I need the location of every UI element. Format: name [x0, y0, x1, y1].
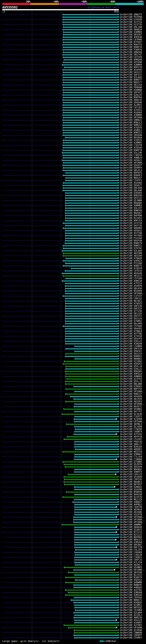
- hsp-bar[interactable]: [63, 92, 118, 93]
- hit-accession[interactable]: UniRef100_Q9FS25: [120, 307, 142, 310]
- hsp-bar[interactable]: [65, 238, 118, 239]
- hit-accession[interactable]: UniRef100_O65747: [120, 54, 142, 56]
- hit-accession[interactable]: UniRef100_Q9SSV9: [120, 466, 142, 468]
- hit-accession[interactable]: UniRef100_A5BDL2: [120, 129, 142, 131]
- hsp-bar[interactable]: [65, 303, 118, 304]
- hit-accession[interactable]: UniRef100_B6TBZ1: [120, 300, 142, 302]
- hsp-bar[interactable]: [65, 225, 118, 226]
- hsp-bar[interactable]: [75, 532, 116, 533]
- hsp-bar[interactable]: [63, 260, 118, 261]
- hit-accession[interactable]: UniRef100_UPI000..: [120, 390, 145, 393]
- hit-accession[interactable]: UniRef100_B9RDU1: [120, 355, 142, 358]
- hit-accession[interactable]: UniRef100_B9DHF3: [120, 174, 142, 176]
- hit-accession[interactable]: UniRef100_B8HA71: [120, 599, 142, 601]
- hsp-bar[interactable]: [65, 208, 118, 208]
- hsp-bar[interactable]: [66, 388, 118, 390]
- hsp-bar[interactable]: [65, 338, 118, 339]
- hsp-bar[interactable]: [65, 288, 118, 289]
- hsp-bar[interactable]: [66, 492, 118, 492]
- hsp-bar[interactable]: [74, 612, 118, 613]
- hit-accession[interactable]: UniRef100_C5YC80: [120, 277, 142, 280]
- hit-accession[interactable]: UniRef100_C1F337: [120, 295, 142, 297]
- hit-accession[interactable]: UniRef100_Q7Y256: [120, 310, 142, 312]
- hsp-bar[interactable]: [64, 439, 118, 440]
- hit-accession[interactable]: UniRef100_O81155: [120, 312, 142, 315]
- hsp-bar[interactable]: [63, 84, 118, 86]
- hit-accession[interactable]: UniRef100_A4BEA5: [120, 586, 142, 589]
- hit-accession[interactable]: UniRef100_A7QWL8: [120, 330, 142, 332]
- hit-accession[interactable]: UniRef100_A0YP10: [120, 436, 142, 438]
- hit-accession[interactable]: UniRef100_UPI000..: [120, 292, 145, 295]
- hsp-bar[interactable]: [63, 49, 118, 50]
- hsp-bar[interactable]: [74, 635, 118, 636]
- hsp-bar[interactable]: [63, 127, 118, 128]
- hit-accession[interactable]: UniRef100_Q9FS26: [120, 305, 142, 307]
- hsp-bar[interactable]: [75, 494, 118, 495]
- hsp-bar[interactable]: [63, 17, 118, 18]
- hit-accession[interactable]: UniRef100_Q210L2: [120, 614, 142, 616]
- hit-accession[interactable]: UniRef100_A6N135: [120, 99, 142, 101]
- hsp-bar[interactable]: [64, 464, 118, 465]
- hsp-bar[interactable]: [66, 374, 118, 374]
- hit-accession[interactable]: UniRef100_B9RZ17: [120, 393, 142, 395]
- hsp-bar[interactable]: [63, 54, 118, 55]
- hsp-bar[interactable]: [65, 137, 118, 138]
- hit-accession[interactable]: UniRef100_Q1KLZ1: [120, 368, 142, 370]
- hsp-bar[interactable]: [75, 622, 118, 623]
- hsp-bar[interactable]: [74, 472, 118, 472]
- hsp-bar[interactable]: [75, 537, 118, 538]
- hsp-bar[interactable]: [63, 190, 118, 191]
- hsp-bar[interactable]: [65, 371, 118, 372]
- hit-accession[interactable]: UniRef100_C5XFP1: [120, 179, 142, 182]
- hit-accession[interactable]: UniRef100_A9PA30: [120, 36, 142, 38]
- hsp-bar[interactable]: [63, 107, 118, 108]
- hsp-bar[interactable]: [64, 479, 118, 480]
- hit-accession[interactable]: UniRef100_Q8LEC3: [120, 169, 142, 172]
- hsp-bar[interactable]: [64, 567, 118, 568]
- hit-accession[interactable]: UniRef100_A1SPR9: [120, 418, 142, 420]
- hit-accession[interactable]: UniRef100_C1DZY8: [120, 144, 142, 146]
- hsp-bar[interactable]: [75, 426, 118, 427]
- hit-accession[interactable]: UniRef100_B8AA84: [120, 202, 142, 204]
- hsp-bar[interactable]: [65, 308, 118, 309]
- hit-accession[interactable]: UniRef100_Q43153: [120, 352, 142, 355]
- hit-accession[interactable]: UniRef100_Q3LAG5: [120, 76, 142, 78]
- hsp-bar[interactable]: [75, 429, 118, 430]
- hsp-bar[interactable]: [65, 298, 118, 299]
- hsp-bar[interactable]: [65, 243, 118, 244]
- hit-accession[interactable]: UniRef100_P32260: [120, 237, 142, 240]
- hsp-bar[interactable]: [63, 27, 118, 28]
- hsp-bar[interactable]: [63, 266, 118, 266]
- hit-accession[interactable]: UniRef100_UPI000..: [120, 403, 145, 405]
- hsp-bar[interactable]: [65, 343, 118, 344]
- hit-accession[interactable]: UniRef100_A7Q5V4: [120, 267, 142, 270]
- hsp-bar[interactable]: [75, 441, 118, 442]
- hit-accession[interactable]: UniRef100_A9NS10: [120, 280, 142, 282]
- hit-accession[interactable]: UniRef100_A5YT86: [120, 332, 142, 335]
- hit-accession[interactable]: UniRef100_A2ZMY2: [120, 104, 142, 106]
- hsp-bar[interactable]: [75, 346, 118, 347]
- hsp-bar[interactable]: [64, 60, 118, 60]
- hsp-bar[interactable]: [63, 39, 118, 40]
- hit-accession[interactable]: UniRef100_B9MZI5: [120, 131, 142, 134]
- hsp-bar[interactable]: [66, 368, 118, 370]
- hsp-bar[interactable]: [68, 627, 116, 628]
- hsp-bar[interactable]: [65, 290, 118, 292]
- hit-accession[interactable]: UniRef100_C5XN68: [120, 345, 142, 348]
- hit-accession[interactable]: UniRef100_A8WRN7: [120, 524, 142, 526]
- hsp-bar[interactable]: [75, 514, 118, 515]
- hit-accession[interactable]: UniRef100_B5U9V0: [120, 290, 142, 292]
- hit-accession[interactable]: UniRef100_Q477X7: [120, 410, 142, 413]
- hsp-bar[interactable]: [65, 210, 118, 211]
- hsp-bar[interactable]: [75, 605, 118, 606]
- hsp-bar[interactable]: [63, 140, 118, 141]
- hit-accession[interactable]: UniRef100_B9RET4: [120, 46, 142, 48]
- hsp-bar[interactable]: [63, 256, 118, 256]
- hsp-bar[interactable]: [65, 348, 118, 349]
- hsp-bar[interactable]: [66, 366, 118, 367]
- hsp-bar[interactable]: [65, 215, 118, 216]
- hsp-bar[interactable]: [63, 188, 118, 188]
- hit-accession[interactable]: UniRef100_A3RM05: [120, 142, 142, 144]
- hsp-bar[interactable]: [74, 632, 118, 633]
- hit-accession[interactable]: UniRef100_Q6L6S0: [120, 287, 142, 290]
